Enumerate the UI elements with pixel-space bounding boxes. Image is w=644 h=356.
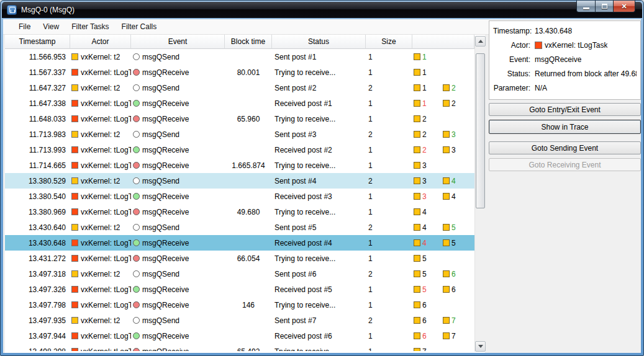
table-row[interactable]: 13.430.648vxKernel: tLogTaskmsgQReceiveR… (5, 235, 474, 251)
table-row[interactable]: 13.380.969vxKernel: tLogTaskmsgQReceive4… (5, 204, 474, 220)
vertical-scrollbar[interactable] (474, 36, 485, 352)
table-row[interactable]: 13.497.935vxKernel: t2msgQSendSent post … (5, 313, 474, 328)
menu-filter-tasks[interactable]: Filter Tasks (65, 20, 115, 33)
queue-cell: 67 (412, 313, 474, 328)
actor-name: vxKernel: t2 (81, 84, 120, 92)
size-cell: 1 (366, 65, 412, 80)
event-cell: msgQReceive (131, 328, 225, 344)
event-cell: msgQSend (131, 127, 225, 142)
queue-item: 2 (414, 130, 443, 139)
event-state-icon (133, 193, 140, 200)
close-button[interactable]: ✕ (614, 1, 635, 12)
size-cell: 1 (366, 142, 412, 158)
scroll-up-button[interactable] (475, 36, 486, 47)
timestamp-cell: 13.430.648 (5, 235, 70, 251)
table-row[interactable]: 11.567.337vxKernel: tLogTaskmsgQReceive8… (5, 65, 474, 80)
column-header-status[interactable]: Status (272, 35, 366, 49)
queue-item: 4 (414, 223, 443, 232)
actor-cell: vxKernel: t2 (70, 173, 131, 189)
goto-sending-event-button[interactable]: Goto Sending Event (489, 141, 641, 154)
table-row[interactable]: 11.713.983vxKernel: t2msgQSendSent post … (5, 127, 474, 142)
table-row[interactable]: 11.647.327vxKernel: t2msgQSendSent post … (5, 80, 474, 96)
app-icon (7, 5, 17, 15)
actor-name: vxKernel: tLogTask (81, 208, 131, 216)
table-row[interactable]: 11.648.033vxKernel: tLogTaskmsgQReceive6… (5, 111, 474, 127)
timestamp-cell: 11.648.033 (5, 111, 70, 127)
event-name: msgQReceive (142, 332, 189, 340)
timestamp-cell: 11.713.983 (5, 127, 70, 142)
actor-color-icon (71, 162, 78, 169)
detail-timestamp-value: 13.430.648 (535, 27, 572, 35)
queue-item: 5 (414, 254, 443, 263)
table-row[interactable]: 11.714.665vxKernel: tLogTaskmsgQReceive1… (5, 158, 474, 173)
actor-name: vxKernel: t2 (81, 270, 120, 278)
queue-item: 2 (443, 99, 472, 108)
table-row[interactable]: 13.497.944vxKernel: tLogTaskmsgQReceiveR… (5, 328, 474, 344)
scrollbar-thumb[interactable] (476, 53, 485, 208)
queue-cell: 23 (412, 142, 474, 158)
actor-cell: vxKernel: tLogTask (70, 297, 131, 313)
queue-cell: 56 (412, 266, 474, 282)
table-row[interactable]: 13.497.798vxKernel: tLogTaskmsgQReceive1… (5, 297, 474, 313)
timestamp-cell: 13.431.272 (5, 251, 70, 266)
event-state-icon (133, 162, 140, 169)
queue-item-number: 6 (451, 285, 456, 294)
menu-view[interactable]: View (37, 20, 65, 33)
column-header-event[interactable]: Event (131, 35, 225, 49)
actor-name: vxKernel: t2 (81, 177, 120, 185)
column-header-size[interactable]: Size (366, 35, 412, 49)
actor-color-icon (71, 286, 78, 293)
table-row[interactable]: 13.431.272vxKernel: tLogTaskmsgQReceive6… (5, 251, 474, 266)
status-cell: Received post #1 (272, 96, 366, 111)
queue-message-icon (443, 224, 450, 231)
menu-file[interactable]: File (12, 20, 37, 33)
queue-cell: 12 (412, 96, 474, 111)
minimize-button[interactable] (576, 1, 596, 12)
actor-cell: vxKernel: t2 (70, 127, 131, 142)
size-cell: 1 (366, 189, 412, 204)
event-state-icon (133, 146, 140, 153)
goto-entry-exit-event-button[interactable]: Goto Entry/Exit Event (489, 103, 641, 116)
event-state-icon (133, 115, 140, 122)
size-cell: 1 (366, 204, 412, 220)
goto-receiving-event-button[interactable]: Goto Receiving Event (489, 158, 641, 171)
column-header-queue[interactable] (412, 35, 474, 49)
event-state-icon (133, 332, 140, 339)
block-time-cell: 65.960 (225, 111, 272, 127)
detail-parameter-value: N/A (535, 84, 547, 92)
table-row[interactable]: 11.647.338vxKernel: tLogTaskmsgQReceiveR… (5, 96, 474, 111)
size-cell: 1 (366, 158, 412, 173)
column-header-block-time[interactable]: Block time (225, 35, 272, 49)
scroll-down-button[interactable] (475, 341, 486, 352)
actor-name: vxKernel: tLogTask (81, 146, 131, 154)
timestamp-cell: 13.497.318 (5, 266, 70, 282)
event-state-icon (133, 84, 140, 91)
show-in-trace-button[interactable]: Show in Trace (489, 120, 641, 134)
table-row[interactable]: 13.380.540vxKernel: tLogTaskmsgQReceiveR… (5, 189, 474, 204)
table-row[interactable]: 11.566.953vxKernel: t2msgQSendSent post … (5, 49, 474, 65)
timestamp-cell: 11.647.338 (5, 96, 70, 111)
actor-name: vxKernel: t2 (81, 130, 120, 139)
arrow-up-icon (478, 40, 483, 43)
queue-item: 6 (414, 301, 443, 309)
table-row[interactable]: 13.498.298vxKernel: tLogTaskmsgQReceive6… (5, 344, 474, 351)
table-row[interactable]: 11.713.993vxKernel: tLogTaskmsgQReceiveR… (5, 142, 474, 158)
status-cell: Trying to receive... (272, 297, 366, 313)
title-bar: MsgQ-0 (MsgQ) (2, 2, 642, 18)
status-cell: Sent post #3 (272, 127, 366, 142)
queue-message-icon (414, 224, 420, 231)
status-cell: Sent post #4 (272, 173, 366, 189)
menu-filter-calls[interactable]: Filter Calls (116, 20, 163, 33)
table-row[interactable]: 13.497.318vxKernel: t2msgQSendSent post … (5, 266, 474, 282)
column-header-timestamp[interactable]: Timestamp (5, 35, 70, 49)
queue-item: 1 (414, 53, 443, 61)
table-row[interactable]: 13.430.640vxKernel: t2msgQSendSent post … (5, 220, 474, 235)
maximize-button[interactable] (596, 1, 614, 12)
actor-cell: vxKernel: t2 (70, 266, 131, 282)
event-name: msgQReceive (142, 68, 189, 77)
column-header-actor[interactable]: Actor (70, 35, 131, 49)
actor-color-icon (71, 131, 78, 138)
queue-item-number: 2 (422, 115, 427, 123)
table-row[interactable]: 13.497.326vxKernel: tLogTaskmsgQReceiveR… (5, 282, 474, 297)
table-row[interactable]: 13.380.529vxKernel: t2msgQSendSent post … (5, 173, 474, 189)
